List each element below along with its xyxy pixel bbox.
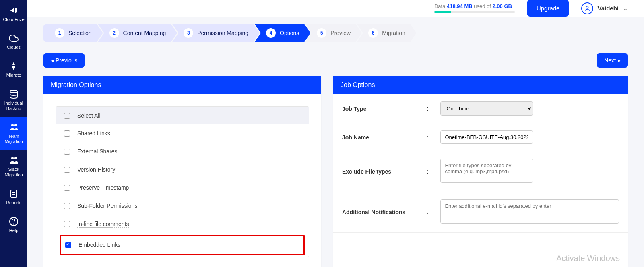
username: Vaidehi <box>597 5 619 12</box>
previous-button[interactable]: ◂Previous <box>43 53 85 68</box>
select-all-checkbox[interactable] <box>64 113 70 119</box>
job-options-title: Job Options <box>333 76 628 94</box>
sidebar-item-slack-migration[interactable]: Slack Migration <box>0 150 27 183</box>
upgrade-button[interactable]: Upgrade <box>527 0 570 17</box>
step-label: Content Mapping <box>123 30 166 36</box>
sidebar-item-help[interactable]: Help <box>0 211 27 239</box>
step-num: 1 <box>55 28 64 38</box>
option-embedded-links[interactable]: Embedded Links <box>60 235 305 255</box>
exclude-file-types-label: Exclude File types <box>342 168 423 175</box>
data-label: Data <box>434 3 445 9</box>
colon: : <box>427 105 428 112</box>
windows-watermark: Activate Windows <box>556 254 620 263</box>
data-used-of: used of <box>474 3 491 9</box>
sidebar-item-label: Team Migration <box>2 134 26 144</box>
step-preview[interactable]: 5Preview <box>305 24 362 42</box>
step-num: 2 <box>109 28 119 38</box>
step-selection[interactable]: 1Selection <box>43 24 103 42</box>
step-label: Permission Mapping <box>197 30 248 36</box>
sidebar-item-label: Clouds <box>7 45 21 50</box>
sidebar-item-clouds[interactable]: Clouds <box>0 28 27 56</box>
checkbox[interactable] <box>64 167 70 173</box>
sidebar-item-migrate[interactable]: Migrate <box>0 56 27 83</box>
header: Data 418.94 MB used of 2.00 GB Upgrade V… <box>27 0 644 17</box>
checkbox[interactable] <box>64 130 70 137</box>
step-wizard: 1Selection 2Content Mapping 3Permission … <box>27 17 644 42</box>
migration-options-panel: Migration Options Select All Shared Link… <box>43 76 321 267</box>
svg-point-3 <box>11 157 14 159</box>
option-inline-file-comments[interactable]: In-line file comments <box>56 215 309 233</box>
svg-point-0 <box>10 90 17 93</box>
team-icon <box>9 122 19 132</box>
data-usage: Data 418.94 MB used of 2.00 GB <box>434 3 515 13</box>
step-num: 5 <box>317 28 326 38</box>
option-label: Embedded Links <box>78 242 120 248</box>
svg-point-10 <box>586 6 588 8</box>
colon: : <box>427 209 428 216</box>
step-label: Options <box>280 30 299 36</box>
sidebar-item-label: CloudFuze <box>3 17 24 22</box>
migration-options-title: Migration Options <box>43 76 321 94</box>
option-label: Shared Links <box>77 130 110 137</box>
sidebar-item-label: Reports <box>6 200 22 205</box>
slack-icon <box>9 155 19 165</box>
exclude-file-types-row: Exclude File types : <box>333 151 628 192</box>
job-name-row: Job Name : <box>333 123 628 151</box>
option-label: Sub-Folder Permissions <box>77 203 137 209</box>
checkbox[interactable] <box>64 149 70 155</box>
step-options[interactable]: 4Options <box>255 24 310 42</box>
select-all-row[interactable]: Select All <box>56 107 309 124</box>
job-type-row: Job Type : One Time <box>333 94 628 123</box>
job-name-input[interactable] <box>440 130 533 144</box>
checkbox[interactable] <box>64 221 70 227</box>
sidebar-item-reports[interactable]: Reports <box>0 183 27 211</box>
previous-label: Previous <box>56 57 77 64</box>
option-external-shares[interactable]: External Shares <box>56 143 309 161</box>
next-label: Next <box>604 57 616 64</box>
database-icon <box>9 89 19 99</box>
select-all-label: Select All <box>77 112 101 119</box>
option-preserve-timestamp[interactable]: Preserve Timestamp <box>56 179 309 197</box>
sidebar-item-label: Help <box>9 228 19 233</box>
job-options-panel: Job Options Job Type : One Time Job Name… <box>333 76 628 267</box>
data-progress-fill <box>434 11 451 13</box>
step-content-mapping[interactable]: 2Content Mapping <box>98 24 178 42</box>
option-label: External Shares <box>77 148 118 155</box>
colon: : <box>427 168 428 175</box>
data-total-value: 2.00 GB <box>493 3 512 9</box>
job-type-select[interactable]: One Time <box>440 101 533 116</box>
next-button[interactable]: Next▸ <box>597 53 628 68</box>
step-permission-mapping[interactable]: 3Permission Mapping <box>172 24 260 42</box>
checkbox[interactable] <box>65 242 71 248</box>
additional-notifications-label: Additional Notifications <box>342 209 423 215</box>
option-label: Preserve Timestamp <box>77 184 129 191</box>
chevron-left-icon: ◂ <box>51 57 54 64</box>
checkbox[interactable] <box>64 203 70 209</box>
help-icon <box>9 217 19 226</box>
svg-point-2 <box>14 124 17 126</box>
sidebar-item-individual-backup[interactable]: Individual Backup <box>0 84 27 117</box>
data-progress-bar <box>434 11 515 13</box>
svg-point-9 <box>14 224 14 224</box>
option-shared-links[interactable]: Shared Links <box>56 124 309 143</box>
job-type-label: Job Type <box>342 106 423 112</box>
option-version-history[interactable]: Version History <box>56 161 309 179</box>
option-label: Version History <box>77 166 115 173</box>
step-migration[interactable]: 6Migration <box>357 24 417 42</box>
option-subfolder-permissions[interactable]: Sub-Folder Permissions <box>56 197 309 215</box>
job-name-label: Job Name <box>342 134 423 141</box>
cloud-icon <box>9 33 19 43</box>
option-label: In-line file comments <box>77 221 129 228</box>
colon: : <box>427 134 428 141</box>
sidebar-item-team-migration[interactable]: Team Migration <box>0 117 27 150</box>
user-menu[interactable]: Vaidehi ⌄ <box>581 2 628 14</box>
additional-notifications-input[interactable] <box>440 199 619 224</box>
checkbox[interactable] <box>64 185 70 191</box>
step-label: Preview <box>330 30 351 36</box>
sidebar-item-cloudfuze[interactable]: CloudFuze <box>0 0 27 28</box>
sidebar-item-label: Slack Migration <box>2 167 26 177</box>
sidebar-item-label: Individual Backup <box>2 101 26 111</box>
sidebar: CloudFuze Clouds Migrate Individual Back… <box>0 0 27 267</box>
exclude-file-types-input[interactable] <box>440 159 533 183</box>
report-icon <box>9 189 19 199</box>
